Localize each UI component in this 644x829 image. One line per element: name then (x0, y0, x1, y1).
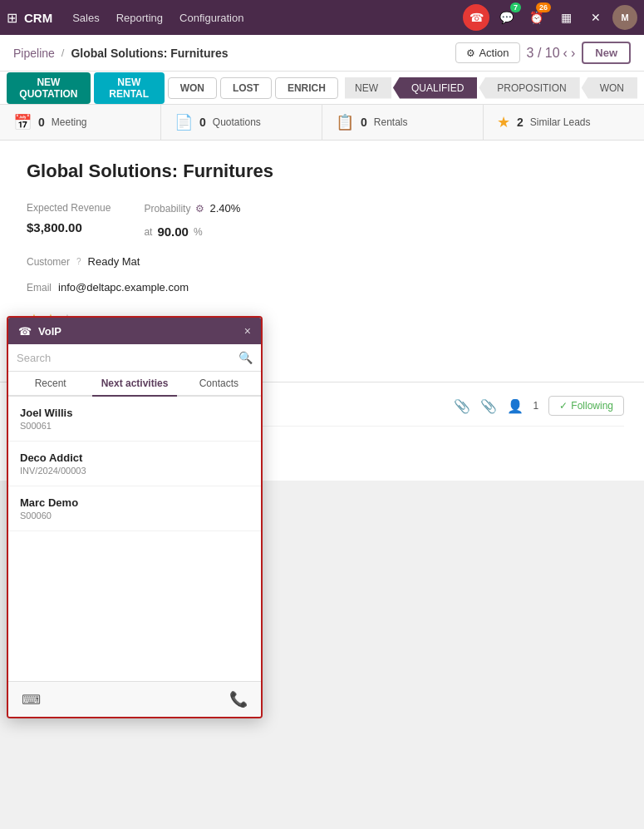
expected-revenue-value[interactable]: $3,800.00 (27, 217, 111, 238)
meeting-label: Meeting (52, 116, 87, 128)
rental-label: Rentals (374, 116, 408, 128)
similar-leads-count: 2 (517, 116, 524, 129)
voip-header: ☎ VoIP × (8, 318, 261, 344)
contact-name-3: Marc Demo (20, 496, 249, 509)
voip-header-icon: ☎ (18, 325, 32, 338)
settings-button[interactable]: ✕ (583, 4, 609, 31)
stage-qualified[interactable]: QUALIFIED (393, 77, 477, 99)
breadcrumb-separator: / (61, 47, 65, 59)
app-grid-icon[interactable]: ⊞ (7, 10, 17, 26)
voip-footer: ⌨ 📞 (8, 681, 261, 717)
breadcrumb-bar: Pipeline / Global Solutions: Furnitures … (0, 35, 644, 72)
contact-name-1: Joel Willis (20, 407, 249, 419)
breadcrumb-parent[interactable]: Pipeline (13, 47, 55, 60)
keyboard-icon[interactable]: ⌨ (22, 692, 41, 708)
grid-view-button[interactable]: ▦ (553, 4, 579, 31)
voip-tab-contacts[interactable]: Contacts (177, 372, 261, 397)
next-record-button[interactable]: › (571, 46, 575, 61)
similar-leads-label: Similar Leads (530, 116, 591, 128)
breadcrumb-current: Global Solutions: Furnitures (71, 47, 228, 60)
check-icon: ✓ (559, 400, 568, 412)
expected-revenue-label: Expected Revenue (27, 199, 111, 217)
follower-count: 1 (533, 400, 539, 412)
metric-similar-leads[interactable]: ★ 2 Similar Leads (484, 105, 644, 140)
clock-icon: ⏰ (529, 11, 543, 24)
record-title: Global Solutions: Furnitures (27, 160, 617, 182)
record-navigation: 3 / 10 ‹ › (527, 46, 576, 61)
grid-icon: ▦ (561, 11, 572, 24)
activity-button[interactable]: ⏰ 26 (523, 4, 549, 31)
voip-search-input[interactable] (17, 352, 234, 364)
meeting-count: 0 (38, 116, 45, 129)
activity-badge: 26 (536, 2, 551, 12)
chat-badge: 7 (510, 2, 521, 12)
won-button[interactable]: WON (168, 77, 217, 99)
avatar[interactable]: M (612, 5, 637, 30)
chat-button[interactable]: 💬 7 (493, 4, 519, 31)
voip-panel: ☎ VoIP × 🔍 Recent Next activities Contac… (7, 316, 263, 718)
new-quotation-button[interactable]: NEW QUOTATION (7, 72, 91, 104)
stage-proposition[interactable]: PROPOSITION (479, 77, 579, 99)
voip-empty-area (8, 531, 261, 681)
action-button[interactable]: ⚙ Action (455, 42, 519, 63)
following-label: Following (571, 400, 613, 412)
clip-icon[interactable]: 📎 (480, 398, 497, 414)
chat-icon: 💬 (499, 11, 514, 24)
quotation-label: Quotations (213, 116, 261, 128)
quotation-icon: 📄 (175, 113, 193, 131)
stage-won[interactable]: WON (582, 77, 637, 99)
rental-icon: 📋 (336, 113, 354, 131)
customer-label: Customer (27, 253, 70, 271)
pipeline-stages: NEW QUALIFIED PROPOSITION WON (345, 77, 637, 99)
probability-gear-icon[interactable]: ⚙ (195, 203, 204, 215)
follower-count-icon: 👤 (507, 398, 524, 414)
new-button[interactable]: New (582, 42, 631, 64)
metric-meeting[interactable]: 📅 0 Meeting (0, 105, 161, 140)
calendar-icon: 📅 (13, 113, 32, 131)
customer-help-icon[interactable]: ? (76, 257, 81, 266)
email-value[interactable]: info@deltapc.example.com (58, 278, 189, 297)
attach-icon[interactable]: 📎 (454, 398, 470, 414)
voip-search-bar: 🔍 (8, 344, 261, 372)
nav-reporting[interactable]: Reporting (110, 8, 170, 27)
voip-tabs: Recent Next activities Contacts (8, 372, 261, 397)
voip-button[interactable]: ☎ (463, 4, 489, 31)
voip-icon: ☎ (469, 11, 484, 24)
enrich-button[interactable]: ENRICH (275, 77, 338, 99)
contact-sub-1: S00061 (20, 421, 249, 431)
voip-panel-title: VoIP (38, 325, 238, 338)
voip-list-item[interactable]: Deco Addict INV/2024/00003 (8, 442, 261, 486)
probability-pct[interactable]: 90.00 (157, 221, 189, 242)
top-navigation: ⊞ CRM Sales Reporting Configuration ☎ 💬 … (0, 0, 644, 35)
voip-list-item[interactable]: Joel Willis S00061 (8, 397, 261, 442)
probability-label: Probability (144, 200, 190, 218)
nav-sales[interactable]: Sales (66, 8, 106, 27)
record-position: 3 / 10 (527, 46, 560, 61)
probability-value: 2.40% (209, 199, 240, 218)
voip-list-item[interactable]: Marc Demo S00060 (8, 486, 261, 531)
app-name[interactable]: CRM (24, 11, 52, 25)
voip-tab-recent[interactable]: Recent (8, 372, 92, 397)
contact-sub-3: S00060 (20, 511, 249, 521)
rental-count: 0 (361, 116, 367, 129)
stage-bar: NEW QUOTATION NEW RENTAL WON LOST ENRICH… (0, 72, 644, 105)
prev-record-button[interactable]: ‹ (563, 46, 568, 61)
stage-new[interactable]: NEW (345, 77, 391, 99)
customer-value[interactable]: Ready Mat (88, 252, 140, 271)
call-icon[interactable]: 📞 (229, 690, 248, 708)
lost-button[interactable]: LOST (220, 77, 272, 99)
metric-quotations[interactable]: 📄 0 Quotations (161, 105, 322, 140)
search-icon: 🔍 (238, 351, 253, 364)
following-button[interactable]: ✓ Following (548, 396, 624, 416)
voip-tab-next-activities[interactable]: Next activities (92, 372, 176, 397)
contact-sub-2: INV/2024/00003 (20, 466, 249, 476)
at-label: at (144, 223, 152, 241)
email-label: Email (27, 279, 52, 297)
voip-contact-list: Joel Willis S00061 Deco Addict INV/2024/… (8, 397, 261, 681)
nav-configuration[interactable]: Configuration (173, 8, 250, 27)
quotation-count: 0 (199, 116, 206, 129)
wrench-icon: ✕ (591, 11, 601, 24)
new-rental-button[interactable]: NEW RENTAL (94, 72, 165, 104)
metric-rentals[interactable]: 📋 0 Rentals (322, 105, 484, 140)
voip-close-button[interactable]: × (244, 324, 251, 338)
